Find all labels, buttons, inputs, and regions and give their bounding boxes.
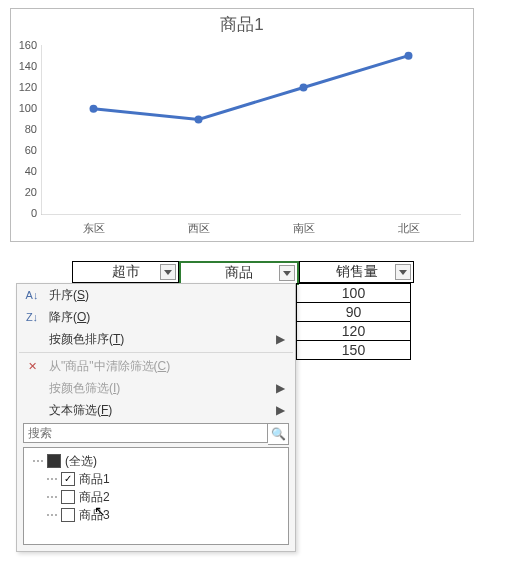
svg-point-10 xyxy=(90,105,98,113)
ytick: 160 xyxy=(19,39,37,51)
header-sales[interactable]: 销售量 xyxy=(299,261,414,283)
ytick: 100 xyxy=(19,102,37,114)
xtick: 东区 xyxy=(83,221,105,236)
filter-dropdown-icon[interactable] xyxy=(395,264,411,280)
xtick: 西区 xyxy=(188,221,210,236)
menu-separator xyxy=(19,352,293,353)
ytick: 60 xyxy=(25,144,37,156)
checkbox-indeterminate-icon[interactable] xyxy=(47,454,61,468)
clear-filter-icon: ✕ xyxy=(23,360,41,373)
xtick: 北区 xyxy=(398,221,420,236)
filter-item[interactable]: ⋯ 商品3 xyxy=(32,506,280,524)
ytick: 120 xyxy=(19,81,37,93)
filter-item-label: 商品3 xyxy=(79,507,110,524)
select-all-item[interactable]: ⋯ (全选) xyxy=(32,452,280,470)
ytick: 40 xyxy=(25,165,37,177)
chart-plot-area: 0 20 40 60 80 100 120 140 160 东区 西区 南区 北… xyxy=(41,45,461,215)
filter-item[interactable]: ⋯ 商品1 xyxy=(32,470,280,488)
submenu-arrow-icon: ▶ xyxy=(276,332,285,346)
ytick: 80 xyxy=(25,123,37,135)
ytick: 140 xyxy=(19,60,37,72)
sort-desc-icon: Z↓ xyxy=(23,311,41,323)
svg-point-11 xyxy=(195,115,203,123)
filter-dropdown-icon[interactable] xyxy=(160,264,176,280)
search-icon[interactable]: 🔍 xyxy=(268,423,289,445)
xtick: 南区 xyxy=(293,221,315,236)
chart-container: 商品1 xyxy=(10,8,474,242)
filter-item-label: 商品1 xyxy=(79,471,110,488)
checkbox-checked-icon[interactable] xyxy=(61,472,75,486)
chart-title: 商品1 xyxy=(11,13,473,36)
table-header-row: 超市 商品 销售量 xyxy=(72,261,414,285)
chart-svg xyxy=(41,45,461,215)
filter-item-list: ⋯ (全选) ⋯ 商品1 ⋯ 商品2 ⋯ 商品3 xyxy=(23,447,289,545)
sales-column-values: 100 90 120 150 xyxy=(296,283,411,360)
svg-point-13 xyxy=(405,52,413,60)
filter-dropdown-icon[interactable] xyxy=(279,265,295,281)
ytick: 20 xyxy=(25,186,37,198)
sort-by-color[interactable]: 按颜色排序(T) ▶ xyxy=(17,328,295,350)
sort-asc-icon: A↓ xyxy=(23,289,41,301)
text-filter[interactable]: 文本筛选(F) ▶ xyxy=(17,399,295,421)
filter-item-label: 商品2 xyxy=(79,489,110,506)
sort-descending[interactable]: Z↓ 降序(O) xyxy=(17,306,295,328)
header-label: 销售量 xyxy=(336,263,378,281)
filter-menu: A↓ 升序(S) Z↓ 降序(O) 按颜色排序(T) ▶ ✕ 从"商品"中清除筛… xyxy=(16,283,296,552)
line-series xyxy=(94,56,409,120)
filter-item[interactable]: ⋯ 商品2 xyxy=(32,488,280,506)
ytick: 0 xyxy=(31,207,37,219)
header-label: 商品 xyxy=(225,264,253,282)
select-all-label: (全选) xyxy=(65,453,97,470)
table-cell[interactable]: 120 xyxy=(296,322,411,341)
header-product[interactable]: 商品 xyxy=(179,261,299,285)
clear-filter: ✕ 从"商品"中清除筛选(C) xyxy=(17,355,295,377)
checkbox-unchecked-icon[interactable] xyxy=(61,490,75,504)
table-cell[interactable]: 150 xyxy=(296,341,411,360)
header-label: 超市 xyxy=(112,263,140,281)
table-cell[interactable]: 90 xyxy=(296,303,411,322)
submenu-arrow-icon: ▶ xyxy=(276,403,285,417)
checkbox-unchecked-icon[interactable] xyxy=(61,508,75,522)
header-supermarket[interactable]: 超市 xyxy=(72,261,179,283)
sort-ascending[interactable]: A↓ 升序(S) xyxy=(17,284,295,306)
search-input[interactable] xyxy=(23,423,268,443)
table-cell[interactable]: 100 xyxy=(296,283,411,303)
submenu-arrow-icon: ▶ xyxy=(276,381,285,395)
filter-by-color: 按颜色筛选(I) ▶ xyxy=(17,377,295,399)
svg-point-12 xyxy=(300,84,308,92)
